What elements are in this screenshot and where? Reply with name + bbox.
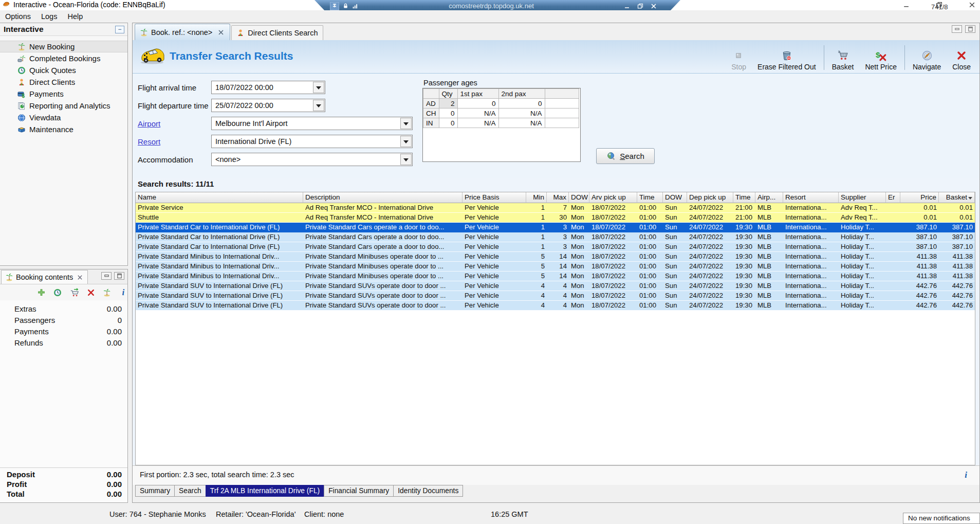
result-row[interactable]: Private Standard Car to International Dr… — [136, 223, 975, 232]
field-airport[interactable]: Melbourne Int'l Airport — [211, 117, 413, 130]
basket-button[interactable]: Basket — [826, 43, 860, 72]
column-header-description[interactable]: Description — [303, 192, 463, 203]
tabbar-minimize-button[interactable] — [952, 25, 962, 33]
close-button[interactable]: Close — [947, 43, 976, 72]
column-header-dow[interactable]: DOW — [569, 192, 589, 203]
rdp-pin-icon[interactable] — [330, 2, 339, 10]
result-cell: Sun — [663, 262, 687, 271]
red-x-icon[interactable] — [87, 288, 96, 297]
menu-options[interactable]: Options — [0, 11, 36, 22]
info-icon[interactable]: i — [119, 288, 128, 297]
result-row[interactable]: Private Standard SUV to International Dr… — [136, 281, 975, 291]
column-header-resort[interactable]: Resort — [783, 192, 839, 203]
result-cell: 5 — [526, 272, 547, 281]
palm-tree-icon[interactable] — [103, 288, 112, 297]
clock-icon[interactable] — [53, 288, 62, 297]
column-header-er[interactable]: Er — [886, 192, 900, 203]
dropdown-arrow-icon[interactable] — [313, 82, 324, 93]
dropdown-arrow-icon[interactable] — [400, 154, 412, 165]
column-header-basket[interactable]: Basket — [939, 192, 975, 203]
column-header-price[interactable]: Price — [900, 192, 939, 203]
result-row[interactable]: Private ServiceAd Req Transfer MCO - Int… — [136, 203, 975, 213]
result-cell: Private Standard Cars operate a door to … — [303, 223, 463, 232]
sidebar-item-viewdata[interactable]: Viewdata — [0, 112, 127, 123]
plus-icon[interactable] — [37, 288, 46, 297]
sidebar-item-new-booking[interactable]: New Booking — [0, 41, 127, 52]
bottom-tab-summary[interactable]: Summary — [135, 485, 175, 497]
result-cell: Private Standard Car to International Dr… — [136, 232, 303, 242]
column-header-supplier[interactable]: Supplier — [839, 192, 886, 203]
erase-filtered-out-button[interactable]: Erase Filtered Out — [752, 43, 822, 72]
window-close-button[interactable] — [964, 0, 979, 10]
column-header-price-basis[interactable]: Price Basis — [463, 192, 526, 203]
field-value: <none> — [215, 155, 241, 164]
result-cell — [886, 272, 900, 281]
result-cell: 387.10 — [900, 242, 939, 251]
result-row[interactable]: Private Standard Car to International Dr… — [136, 242, 975, 252]
result-row[interactable]: Private Standard Car to International Dr… — [136, 232, 975, 242]
result-row[interactable]: Private Standard Minibus to Internationa… — [136, 252, 975, 262]
document-tabbar: Book. ref.: <none>Direct Clients Search — [133, 23, 979, 40]
column-header-name[interactable]: Name — [136, 192, 303, 203]
menu-bar: OptionsLogsHelp — [0, 10, 980, 22]
column-header-min[interactable]: Min — [526, 192, 547, 203]
booking-contents-tab[interactable]: Booking contents — [1, 270, 88, 284]
tabbar-maximize-button[interactable] — [965, 25, 975, 33]
menu-help[interactable]: Help — [62, 11, 88, 22]
column-header-airp-[interactable]: Airp... — [755, 192, 783, 203]
booking-contents-maximize-button[interactable] — [114, 272, 124, 280]
result-cell — [886, 232, 900, 242]
form-row: Accommodation<none> — [133, 153, 979, 166]
result-row[interactable]: Private Standard Minibus to Internationa… — [136, 262, 975, 272]
cart-arrow-icon[interactable] — [70, 288, 79, 297]
booking-row-label: Refunds — [14, 338, 43, 350]
column-header-dep-pick-up[interactable]: Dep pick up — [687, 192, 733, 203]
result-cell: 01:00 — [637, 242, 663, 251]
sidebar-item-payments[interactable]: $Payments — [0, 88, 127, 100]
tab-book-ref-none-[interactable]: Book. ref.: <none> — [135, 24, 230, 40]
sidebar-item-quick-quotes[interactable]: Quick Quotes — [0, 64, 127, 76]
bottom-tab-financial-summary[interactable]: Financial Summary — [324, 485, 394, 497]
column-header-time[interactable]: Time — [637, 192, 663, 203]
result-row[interactable]: Private Standard SUV to International Dr… — [136, 291, 975, 301]
column-header-arv-pick-up[interactable]: Arv pick up — [589, 192, 637, 203]
info-icon[interactable]: i — [965, 470, 967, 480]
field-resort[interactable]: International Drive (FL) — [211, 135, 413, 148]
field-flight-arrival-time[interactable]: 18/07/2022 00:00 — [211, 81, 325, 94]
booking-contents-minimize-button[interactable] — [101, 272, 112, 280]
bottom-tab-search[interactable]: Search — [174, 485, 206, 497]
menu-logs[interactable]: Logs — [36, 11, 62, 22]
bottom-tab-identity-documents[interactable]: Identity Documents — [393, 485, 463, 497]
result-cell: Private Standard SUV to International Dr… — [136, 291, 303, 300]
field-flight-departure-time[interactable]: 25/07/2022 00:00 — [211, 99, 325, 112]
sidebar-item-maintenance[interactable]: Maintenance — [0, 123, 127, 135]
dropdown-arrow-icon[interactable] — [400, 118, 412, 129]
result-cell: 4 — [547, 281, 569, 291]
window-minimize-button[interactable] — [898, 0, 914, 10]
sidebar-item-completed-bookings[interactable]: Completed Bookings — [0, 52, 127, 64]
column-header-dow[interactable]: DOW — [663, 192, 687, 203]
sidebar-item-direct-clients[interactable]: Direct Clients — [0, 76, 127, 88]
dropdown-arrow-icon[interactable] — [400, 136, 412, 147]
result-row[interactable]: ShuttleAd Req Transfer MCO - Internation… — [136, 213, 975, 223]
column-header-time[interactable]: Time — [733, 192, 755, 203]
field-label-airport[interactable]: Airport — [138, 119, 160, 128]
sidebar-collapse-button[interactable]: − — [115, 26, 124, 33]
notification-popup[interactable]: No new notifications — [903, 513, 980, 524]
sidebar-item-reporting-and-analytics[interactable]: Reporting and Analytics — [0, 100, 127, 112]
rdp-close-button[interactable] — [651, 3, 657, 9]
tab-direct-clients-search[interactable]: Direct Clients Search — [231, 25, 323, 40]
navigate-button[interactable]: Navigate — [907, 43, 947, 72]
dropdown-arrow-icon[interactable] — [313, 100, 324, 111]
result-row[interactable]: Private Standard Minibus to Internationa… — [136, 272, 975, 281]
field-label-resort[interactable]: Resort — [138, 137, 160, 146]
booking-contents-close-icon[interactable] — [76, 273, 84, 281]
bottom-tab-trf-a-mlb-international-drive-fl-[interactable]: Trf 2A MLB International Drive (FL) — [206, 485, 324, 497]
rdp-minimize-button[interactable] — [624, 3, 630, 9]
result-row[interactable]: Private Standard SUV to International Dr… — [136, 301, 975, 311]
nett-price-button[interactable]: $Nett Price — [859, 43, 902, 72]
tab-close-icon[interactable] — [217, 28, 225, 37]
column-header-max[interactable]: Max — [547, 192, 569, 203]
field-accommodation[interactable]: <none> — [211, 153, 413, 166]
rdp-restore-button[interactable] — [637, 3, 643, 9]
